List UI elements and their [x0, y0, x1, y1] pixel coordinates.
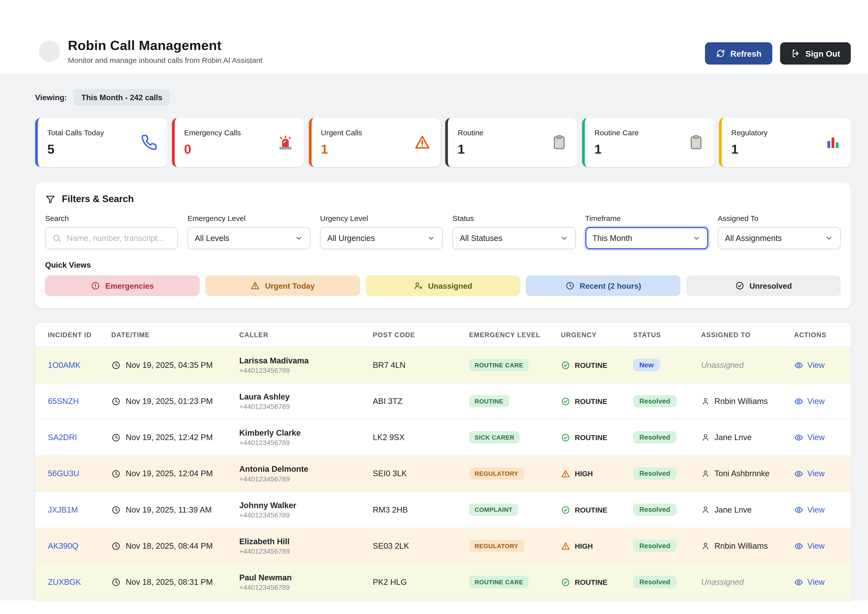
- table-row[interactable]: 65SNZH Nov 19, 2025, 01:23 PM Laura Ashl…: [35, 383, 851, 419]
- person-icon: [701, 505, 710, 514]
- main-content: Viewing: This Month - 242 calls Total Ca…: [0, 73, 868, 600]
- status-select[interactable]: All Statuses: [453, 227, 576, 250]
- chevron-down-icon: [560, 234, 569, 243]
- check-circle-icon: [561, 433, 570, 442]
- table-row[interactable]: JXJB1M Nov 19, 2025, 11:39 AM Johnny Wal…: [35, 492, 851, 528]
- incident-id-link[interactable]: SA2DRI: [48, 433, 77, 442]
- clock-icon: [111, 469, 121, 478]
- col-postcode: POST CODE: [373, 323, 469, 347]
- caller-name: Johnny Walker: [239, 501, 368, 509]
- view-label: View: [808, 397, 825, 406]
- view-label: View: [808, 541, 825, 550]
- quick-views-label: Quick Views: [45, 260, 841, 270]
- select-value: This Month: [592, 234, 632, 243]
- caller-phone: +440123456789: [239, 583, 368, 591]
- caller-phone: +440123456789: [239, 366, 368, 374]
- caller-phone: +440123456789: [239, 403, 368, 410]
- quick-view-urgent-today[interactable]: Urgent Today: [205, 275, 360, 296]
- search-box: [45, 227, 178, 250]
- incident-id-link[interactable]: 65SNZH: [48, 397, 79, 406]
- view-button[interactable]: View: [794, 505, 846, 514]
- view-button[interactable]: View: [794, 397, 846, 406]
- datetime-text: Nov 19, 2025, 04:35 PM: [126, 361, 213, 370]
- viewing-bar: Viewing: This Month - 242 calls: [35, 89, 851, 105]
- urgency-text: ROUTINE: [575, 397, 608, 405]
- quick-view-recent[interactable]: Recent (2 hours): [526, 275, 680, 296]
- filters-panel: Filters & Search Search Emergency Level …: [35, 183, 851, 308]
- incident-id-link[interactable]: AK390Q: [48, 541, 78, 550]
- col-actions: ACTIONS: [794, 323, 851, 347]
- refresh-button-label: Refresh: [730, 49, 762, 58]
- col-caller: CALLER: [239, 323, 373, 347]
- filters-title: Filters & Search: [62, 194, 134, 205]
- caller-name: Elizabeth Hill: [239, 537, 368, 546]
- postcode-text: SEI0 3LK: [373, 469, 407, 478]
- quick-view-emergencies[interactable]: Emergencies: [45, 275, 200, 296]
- clock-icon: [111, 577, 121, 587]
- bar-chart-icon: [825, 134, 841, 150]
- quick-view-label: Recent (2 hours): [580, 281, 641, 290]
- quick-view-unresolved[interactable]: Unresolved: [686, 275, 840, 296]
- status-badge: Resolved: [633, 431, 677, 443]
- assigned-to-group: Assigned To All Assignments: [718, 214, 841, 250]
- incident-id-link[interactable]: JXJB1M: [48, 505, 78, 514]
- page-title: Robin Call Management: [68, 38, 262, 53]
- stat-label: Regulatory: [731, 128, 767, 136]
- stat-label: Routine: [457, 128, 484, 136]
- status-badge: Resolved: [633, 576, 677, 588]
- incident-id-link[interactable]: 56GU3U: [48, 469, 79, 478]
- view-button[interactable]: View: [794, 360, 846, 370]
- col-emergency-level: EMERGENCY LEVEL: [469, 323, 561, 347]
- emergency-level-select[interactable]: All Levels: [188, 227, 311, 250]
- urgency-text: ROUTINE: [575, 361, 608, 369]
- eye-icon: [794, 397, 803, 406]
- view-button[interactable]: View: [794, 469, 846, 478]
- quick-view-label: Unassigned: [428, 281, 472, 290]
- emergency-level-badge: SICK CARER: [469, 431, 520, 443]
- quick-views: Emergencies Urgent Today Unassigned Rece…: [45, 275, 841, 296]
- caller-name: Larissa Madivama: [239, 356, 368, 364]
- stat-label: Emergency Calls: [184, 128, 241, 136]
- view-button[interactable]: View: [794, 541, 846, 550]
- viewing-badge: This Month - 242 calls: [74, 89, 170, 105]
- col-assigned-to: ASSIGNED TO: [701, 323, 794, 347]
- table-row[interactable]: 1O0AMK Nov 19, 2025, 04:35 PM Larissa Ma…: [35, 347, 851, 383]
- assigned-to-text: Unassigned: [701, 361, 744, 370]
- timeframe-select[interactable]: This Month: [585, 227, 708, 250]
- table-row[interactable]: SA2DRI Nov 19, 2025, 12:42 PM Kimberly C…: [35, 419, 851, 456]
- stat-card-emergency-calls: Emergency Calls0: [172, 118, 304, 167]
- status-badge: New: [633, 359, 660, 371]
- datetime-text: Nov 19, 2025, 12:42 PM: [126, 433, 213, 442]
- timeframe-group: Timeframe This Month: [585, 214, 708, 250]
- eye-icon: [794, 433, 803, 442]
- stat-card-regulatory: Regulatory1: [719, 118, 851, 167]
- table-row[interactable]: AK390Q Nov 18, 2025, 08:44 PM Elizabeth …: [35, 528, 851, 564]
- table-row[interactable]: 56GU3U Nov 19, 2025, 12:04 PM Antonia De…: [35, 456, 851, 492]
- check-circle-icon: [561, 505, 570, 514]
- incident-id-link[interactable]: 1O0AMK: [48, 361, 81, 370]
- select-value: All Assignments: [725, 234, 782, 243]
- clock-icon: [111, 397, 121, 406]
- emergency-level-group: Emergency Level All Levels: [188, 214, 311, 250]
- clock-icon: [111, 433, 121, 442]
- stat-value: 5: [47, 141, 104, 157]
- eye-icon: [794, 469, 803, 478]
- view-button[interactable]: View: [794, 433, 846, 442]
- clock-icon: [565, 281, 575, 290]
- view-label: View: [808, 505, 825, 514]
- datetime-text: Nov 19, 2025, 12:04 PM: [126, 469, 213, 478]
- person-icon: [701, 541, 710, 550]
- search-input[interactable]: [67, 234, 171, 243]
- view-button[interactable]: View: [794, 577, 846, 587]
- search-field-group: Search: [45, 214, 178, 250]
- table-row[interactable]: ZUXBGK Nov 18, 2025, 08:31 PM Paul Newma…: [35, 564, 851, 600]
- incident-id-link[interactable]: ZUXBGK: [48, 578, 81, 586]
- quick-view-unassigned[interactable]: Unassigned: [366, 275, 520, 296]
- signout-button[interactable]: Sign Out: [780, 42, 851, 65]
- assigned-to-select[interactable]: All Assignments: [718, 227, 841, 250]
- urgency-text: ROUTINE: [575, 505, 608, 514]
- urgency-level-select[interactable]: All Urgencies: [320, 227, 443, 250]
- refresh-button[interactable]: Refresh: [705, 42, 772, 65]
- stat-value: 1: [457, 141, 484, 157]
- stat-card-urgent-calls: Urgent Calls1: [309, 118, 440, 167]
